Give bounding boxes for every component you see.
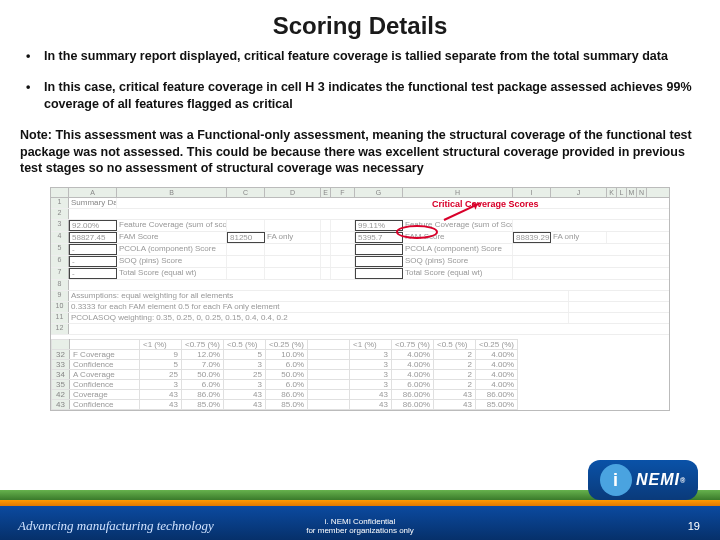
excel-row: 11PCOLASOQ weighting: 0.35, 0.25, 0, 0.2… [51, 313, 669, 324]
excel-row: 100.3333 for each FAM element 0.5 for ea… [51, 302, 669, 313]
excel-row: 6 -SOQ (pins) Score SOQ (pins) Score [51, 256, 669, 268]
inemi-logo: i NEMI® [588, 460, 698, 500]
excel-row: 2 [51, 209, 669, 220]
excel-row: 8 [51, 280, 669, 291]
bullet-2: In this case, critical feature coverage … [20, 79, 700, 113]
bullet-1: In the summary report displayed, critica… [20, 48, 700, 65]
note-text: Note: This assessment was a Functional-o… [20, 127, 700, 178]
callout-label: Critical Coverage Scores [432, 199, 539, 209]
slide-title: Scoring Details [0, 0, 720, 48]
excel-row: 3 92.00%Feature Coverage (sum of score/#… [51, 220, 669, 232]
excel-col-header: AB CD EF GH IJ KL MN [51, 188, 669, 198]
excel-screenshot: Critical Coverage Scores AB CD EF GH IJ … [50, 187, 670, 411]
excel-row: 9Assumptions: equal weighting for all el… [51, 291, 669, 302]
footer-confidential: i. NEMI Confidentialfor member organizat… [306, 518, 414, 536]
page-number: 19 [688, 520, 700, 532]
excel-lower-grid: <1 (%)<0.75 (%)<0.5 (%)<0.25 (%)<1 (%)<0… [51, 339, 669, 410]
logo-text: NEMI [636, 471, 680, 489]
excel-row: 4 58827.45FAM Score 81250FA only 5395.7F… [51, 232, 669, 244]
excel-row: 12 [51, 324, 669, 335]
excel-row: 5 -PCOLA (component) Score PCOLA (compon… [51, 244, 669, 256]
footer-tagline: Advancing manufacturing technology [18, 518, 214, 534]
bullet-list: In the summary report displayed, critica… [20, 48, 700, 113]
logo-globe-icon: i [600, 464, 632, 496]
excel-row: 7 -Total Score (equal wt) Total Score (e… [51, 268, 669, 280]
excel-row: 1Summary Data [51, 198, 669, 209]
footer: i NEMI® Advancing manufacturing technolo… [0, 476, 720, 540]
